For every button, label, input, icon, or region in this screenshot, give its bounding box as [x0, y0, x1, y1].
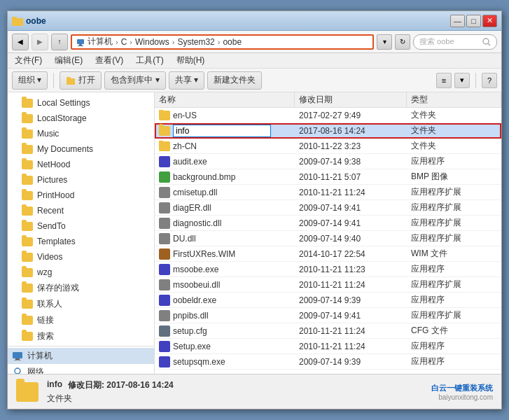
maximize-button[interactable]: □	[466, 15, 481, 27]
sidebar-item-saved-games[interactable]: 保存的游戏	[8, 280, 154, 296]
include-lib-button[interactable]: 包含到库中 ▾	[104, 71, 165, 90]
sidebar-item-sendto[interactable]: SendTo	[8, 218, 154, 234]
sidebar-item-search[interactable]: 搜索	[8, 328, 154, 344]
organize-button[interactable]: 组织 ▾	[12, 71, 48, 90]
table-row[interactable]: 2017-08-16 14:24文件夹	[155, 123, 501, 139]
folder-title-icon	[12, 15, 23, 27]
sidebar-item-templates[interactable]: Templates	[8, 234, 154, 249]
file-date-cell: 2010-11-21 11:23	[295, 264, 407, 275]
sidebar-item-printhood[interactable]: PrintHood	[8, 188, 154, 203]
sidebar-item-localstorage[interactable]: LocalStorage	[8, 111, 154, 126]
folder-icon-links	[22, 316, 33, 325]
file-date-cell: 2017-02-27 9:49	[295, 110, 407, 121]
sidebar-item-label-saved-games: 保存的游戏	[37, 282, 79, 294]
table-row[interactable]: zh-CN2010-11-22 3:23文件夹	[155, 139, 501, 154]
table-row[interactable]: setupsqm.exe2009-07-14 9:39应用程序	[155, 354, 501, 370]
folder-icon-nethood	[22, 160, 33, 169]
table-row[interactable]: msoobe.exe2010-11-21 11:23应用程序	[155, 262, 501, 277]
table-row[interactable]: pnpibs.dll2009-07-14 9:41应用程序扩展	[155, 308, 501, 323]
exe-icon	[159, 295, 170, 306]
file-name-text: FirstUXRes.WIM	[173, 249, 235, 259]
rename-input[interactable]	[173, 125, 271, 137]
dll-icon	[159, 279, 170, 290]
search-icon	[482, 38, 491, 46]
table-row[interactable]: diagER.dll2009-07-14 9:41应用程序扩展	[155, 200, 501, 216]
minimize-button[interactable]: —	[450, 15, 465, 27]
folder-small-icon	[159, 141, 170, 151]
table-row[interactable]: FirstUXRes.WIM2014-10-17 22:54WIM 文件	[155, 246, 501, 262]
file-type-cell: 应用程序扩展	[407, 278, 501, 291]
file-date-cell: 2010-11-21 11:24	[295, 187, 407, 198]
table-row[interactable]: oobeldr.exe2009-07-14 9:39应用程序	[155, 293, 501, 308]
menu-edit[interactable]: 编辑(E)	[52, 53, 85, 68]
sidebar-item-label-sendto: SendTo	[37, 221, 66, 231]
refresh-button[interactable]: ↻	[395, 34, 410, 50]
table-row[interactable]: background.bmp2010-11-21 5:07BMP 图像	[155, 169, 501, 185]
view-button[interactable]: ≡	[436, 73, 452, 88]
open-button[interactable]: 打开	[60, 71, 102, 90]
folder-icon-saved-games	[22, 284, 33, 293]
sidebar-item-nethood[interactable]: NetHood	[8, 157, 154, 172]
network-sidebar-icon	[12, 367, 23, 374]
sidebar-item-wzg[interactable]: wzg	[8, 265, 154, 280]
status-detail: 修改日期: 2017-08-16 14:24	[68, 379, 174, 391]
file-date-cell: 2009-07-14 9:41	[295, 310, 407, 321]
menu-bar: 文件(F) 编辑(E) 查看(V) 工具(T) 帮助(H)	[8, 53, 501, 69]
up-button[interactable]: ↑	[51, 34, 68, 50]
sidebar-item-videos[interactable]: Videos	[8, 249, 154, 265]
file-date-cell: 2009-07-14 9:41	[295, 202, 407, 214]
menu-tools[interactable]: 工具(T)	[133, 53, 166, 68]
file-name-text: diagER.dll	[173, 203, 211, 213]
menu-help[interactable]: 帮助(H)	[174, 53, 208, 68]
table-row[interactable]: cmisetup.dll2010-11-21 11:24应用程序扩展	[155, 185, 501, 200]
back-button[interactable]: ◀	[12, 34, 29, 50]
col-header-type[interactable]: 类型	[407, 92, 501, 107]
table-row[interactable]: msoobeui.dll2010-11-21 11:24应用程序扩展	[155, 277, 501, 293]
help-button[interactable]: ?	[482, 73, 497, 88]
table-row[interactable]: DU.dll2009-07-14 9:40应用程序扩展	[155, 231, 501, 246]
forward-button[interactable]: ▶	[32, 34, 48, 50]
path-computer: 计算机	[88, 36, 113, 48]
computer-icon	[76, 38, 85, 46]
table-row[interactable]: diagnostic.dll2009-07-14 9:41应用程序扩展	[155, 216, 501, 231]
status-info: info 修改日期: 2017-08-16 14:24 文件夹	[47, 379, 174, 405]
file-type-cell: 应用程序	[407, 293, 501, 307]
file-name-cell: background.bmp	[155, 171, 295, 183]
file-date-cell: 2014-10-17 22:54	[295, 248, 407, 260]
view-down-button[interactable]: ▾	[454, 73, 470, 88]
path-sep-1: ›	[116, 38, 118, 46]
close-button[interactable]: ✕	[482, 15, 497, 27]
sidebar-item-local-settings[interactable]: Local Settings	[8, 95, 154, 111]
sidebar-item-label-templates: Templates	[37, 237, 76, 246]
table-row[interactable]: Setup.exe2010-11-21 11:24应用程序	[155, 339, 501, 354]
table-row[interactable]: audit.exe2009-07-14 9:38应用程序	[155, 154, 501, 169]
sidebar-item-recent[interactable]: Recent	[8, 203, 154, 218]
main-content: Local Settings LocalStorage Music My Doc…	[8, 92, 501, 374]
file-name-cell: audit.exe	[155, 155, 295, 168]
col-header-name[interactable]: 名称	[155, 92, 295, 107]
col-header-date[interactable]: 修改日期	[295, 92, 407, 107]
menu-file[interactable]: 文件(F)	[12, 53, 45, 68]
sidebar-item-pictures[interactable]: Pictures	[8, 172, 154, 188]
dll-icon	[159, 187, 170, 198]
table-row[interactable]: en-US2017-02-27 9:49文件夹	[155, 108, 501, 123]
toolbar: 组织 ▾ 打开 包含到库中 ▾ 共享 ▾ 新建文件夹 ≡ ▾ ?	[8, 69, 501, 92]
sidebar-item-links[interactable]: 链接	[8, 312, 154, 328]
sidebar-computer[interactable]: 计算机	[8, 348, 154, 364]
share-button[interactable]: 共享 ▾	[169, 71, 204, 90]
folder-icon-mydocuments	[22, 145, 33, 154]
new-folder-button[interactable]: 新建文件夹	[207, 71, 262, 90]
search-box[interactable]: 搜索 oobe	[413, 34, 497, 50]
folder-small-icon	[159, 111, 170, 120]
path-dropdown-button[interactable]: ▾	[377, 34, 392, 50]
file-name-cell: diagER.dll	[155, 202, 295, 214]
sidebar-item-contacts[interactable]: 联系人	[8, 296, 154, 312]
sidebar-item-mydocuments[interactable]: My Documents	[8, 141, 154, 157]
file-name-text: setup.cfg	[173, 326, 207, 336]
address-path[interactable]: 计算机 › C › Windows › System32 › oobe	[71, 34, 374, 50]
table-row[interactable]: setup.cfg2010-11-21 11:24CFG 文件	[155, 323, 501, 339]
menu-view[interactable]: 查看(V)	[92, 53, 126, 68]
file-name-cell: DU.dll	[155, 232, 295, 245]
sidebar-item-music[interactable]: Music	[8, 126, 154, 141]
sidebar-network[interactable]: 网络	[8, 364, 154, 374]
